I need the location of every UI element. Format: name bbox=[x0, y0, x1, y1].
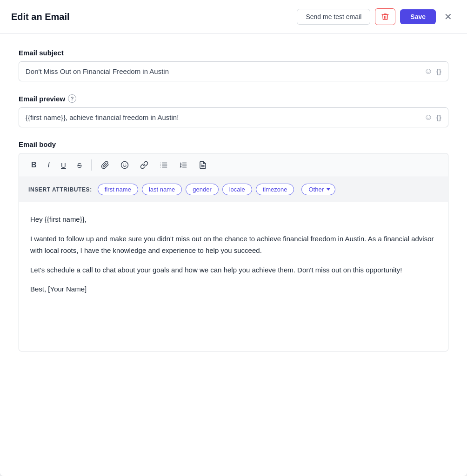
email-preview-input-wrapper: ☺ {} bbox=[19, 107, 448, 127]
ordered-list-button[interactable] bbox=[174, 158, 192, 172]
insert-file-button[interactable] bbox=[194, 158, 212, 172]
editor-toolbar: B I U S bbox=[19, 153, 448, 177]
ordered-list-icon bbox=[179, 161, 187, 169]
email-preview-label: Email preview ? bbox=[19, 94, 448, 103]
modal-title: Edit an Email bbox=[11, 12, 70, 22]
attr-first-name[interactable]: first name bbox=[98, 184, 138, 195]
body-line-1: Hey {{first name}}, bbox=[30, 213, 437, 225]
save-button[interactable]: Save bbox=[400, 9, 436, 24]
attachment-button[interactable] bbox=[96, 158, 114, 172]
smiley-icon bbox=[120, 161, 129, 169]
code-icon[interactable]: {} bbox=[436, 68, 441, 75]
insert-attributes-label: INSERT ATTRIBUTES: bbox=[28, 186, 92, 193]
attr-gender[interactable]: gender bbox=[186, 184, 218, 195]
email-subject-section: Email subject ☺ {} bbox=[19, 49, 448, 81]
attr-last-name[interactable]: last name bbox=[142, 184, 182, 195]
chevron-down-icon bbox=[327, 188, 330, 191]
preview-emoji-icon[interactable]: ☺ bbox=[424, 112, 433, 122]
header-actions: Send me test email Save ✕ bbox=[297, 8, 456, 25]
toolbar-divider-1 bbox=[91, 159, 92, 171]
editor-content[interactable]: Hey {{first name}}, I wanted to follow u… bbox=[19, 202, 448, 351]
email-body-label: Email body bbox=[19, 140, 448, 148]
modal-header: Edit an Email Send me test email Save ✕ bbox=[0, 0, 467, 34]
unordered-list-icon bbox=[160, 161, 168, 169]
body-line-4: Best, [Your Name] bbox=[30, 283, 437, 295]
email-subject-input-wrapper: ☺ {} bbox=[19, 61, 448, 81]
other-label: Other bbox=[308, 186, 324, 193]
help-icon[interactable]: ? bbox=[68, 94, 76, 103]
file-icon bbox=[199, 161, 207, 169]
attr-timezone[interactable]: timezone bbox=[256, 184, 294, 195]
insert-attributes-bar: INSERT ATTRIBUTES: first name last name … bbox=[19, 177, 448, 202]
underline-button[interactable]: U bbox=[56, 159, 71, 172]
emoji-toolbar-button[interactable] bbox=[116, 158, 133, 172]
italic-button[interactable]: I bbox=[43, 158, 54, 172]
body-line-2: I wanted to follow up and make sure you … bbox=[30, 233, 437, 257]
send-test-email-button[interactable]: Send me test email bbox=[297, 9, 370, 25]
edit-email-modal: Edit an Email Send me test email Save ✕ … bbox=[0, 0, 467, 476]
email-subject-input[interactable] bbox=[26, 67, 420, 75]
unordered-list-button[interactable] bbox=[155, 158, 173, 172]
preview-code-icon[interactable]: {} bbox=[436, 114, 441, 121]
email-preview-section: Email preview ? ☺ {} bbox=[19, 94, 448, 127]
attr-locale[interactable]: locale bbox=[222, 184, 252, 195]
bold-button[interactable]: B bbox=[27, 158, 41, 172]
delete-button[interactable] bbox=[375, 8, 395, 25]
modal-body: Email subject ☺ {} Email preview ? ☺ {} … bbox=[0, 34, 467, 366]
editor-container: B I U S bbox=[19, 153, 448, 351]
body-line-3: Let's schedule a call to chat about your… bbox=[30, 264, 437, 276]
email-preview-input[interactable] bbox=[26, 113, 420, 121]
svg-point-0 bbox=[121, 162, 128, 169]
attr-other-dropdown[interactable]: Other bbox=[301, 184, 335, 195]
close-button[interactable]: ✕ bbox=[440, 9, 456, 24]
email-subject-label: Email subject bbox=[19, 49, 448, 57]
paperclip-icon bbox=[101, 161, 109, 169]
emoji-icon[interactable]: ☺ bbox=[424, 66, 433, 76]
email-body-section: Email body B I U S bbox=[19, 140, 448, 351]
link-icon bbox=[140, 161, 148, 169]
strikethrough-button[interactable]: S bbox=[73, 159, 87, 172]
trash-icon bbox=[381, 13, 389, 21]
link-button[interactable] bbox=[135, 158, 153, 172]
